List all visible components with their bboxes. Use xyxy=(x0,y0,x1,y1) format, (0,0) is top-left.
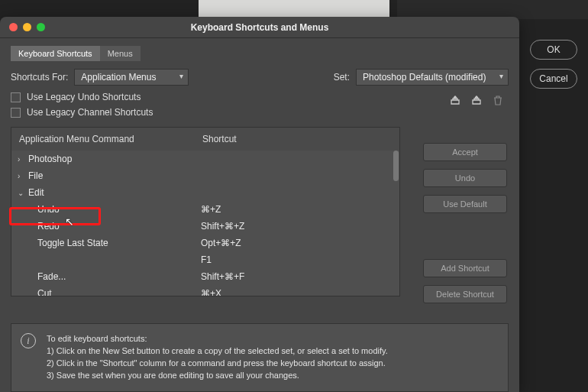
legacy-undo-checkbox[interactable] xyxy=(11,92,21,102)
dialog-window: Keyboard Shortcuts and Menus Keyboard Sh… xyxy=(0,17,519,392)
ok-button[interactable]: OK xyxy=(530,40,577,60)
chevron-down-icon xyxy=(18,189,25,197)
delete-shortcut-button[interactable]: Delete Shortcut xyxy=(423,285,507,303)
tab-menus[interactable]: Menus xyxy=(100,46,141,61)
tree-item-file[interactable]: File xyxy=(11,167,399,184)
cancel-button[interactable]: Cancel xyxy=(530,69,577,89)
legacy-undo-label: Use Legacy Undo Shortcuts xyxy=(27,92,141,102)
column-header-shortcut: Shortcut xyxy=(202,134,392,144)
list-item[interactable]: Cut⌘+X xyxy=(11,285,399,296)
chevron-right-icon xyxy=(18,155,25,164)
legacy-channel-checkbox[interactable] xyxy=(11,108,21,118)
info-line: 1) Click on the New Set button to create… xyxy=(47,345,388,358)
column-header-command: Application Menu Command xyxy=(19,134,202,144)
list-item[interactable]: Fade...Shift+⌘+F xyxy=(11,268,399,285)
new-set-icon[interactable] xyxy=(470,95,483,105)
list-item[interactable]: Toggle Last StateOpt+⌘+Z xyxy=(11,235,399,251)
info-panel: i To edit keyboard shortcuts: 1) Click o… xyxy=(11,323,509,392)
save-set-icon[interactable] xyxy=(449,95,461,105)
legacy-channel-label: Use Legacy Channel Shortcuts xyxy=(27,107,153,118)
accept-button[interactable]: Accept xyxy=(423,143,507,161)
trash-icon[interactable] xyxy=(492,95,504,105)
shortcuts-for-label: Shortcuts For: xyxy=(11,72,68,83)
tabs: Keyboard Shortcuts Menus xyxy=(11,46,509,61)
scrollbar[interactable] xyxy=(393,151,399,181)
tree-item-photoshop[interactable]: Photoshop xyxy=(11,151,399,167)
info-line: 2) Click in the "Shortcut" column for a … xyxy=(47,358,388,370)
undo-button[interactable]: Undo xyxy=(423,169,507,187)
cursor-icon: ↖ xyxy=(65,215,74,228)
window-title: Keyboard Shortcuts and Menus xyxy=(0,22,519,33)
tab-keyboard-shortcuts[interactable]: Keyboard Shortcuts xyxy=(11,46,100,61)
set-select[interactable]: Photoshop Defaults (modified) xyxy=(356,69,509,86)
tree-item-edit[interactable]: Edit xyxy=(11,184,399,201)
shortcut-table: Application Menu Command Shortcut Photos… xyxy=(11,127,400,296)
chevron-right-icon xyxy=(18,172,25,180)
info-icon: i xyxy=(21,333,36,348)
set-label: Set: xyxy=(334,72,350,83)
info-title: To edit keyboard shortcuts: xyxy=(47,333,388,345)
use-default-button[interactable]: Use Default xyxy=(423,195,507,213)
add-shortcut-button[interactable]: Add Shortcut xyxy=(423,259,507,277)
titlebar: Keyboard Shortcuts and Menus xyxy=(0,17,519,38)
info-line: 3) Save the set when you are done editin… xyxy=(47,370,388,382)
shortcuts-for-select[interactable]: Application Menus xyxy=(74,69,189,86)
list-item[interactable]: F1 xyxy=(11,251,399,268)
